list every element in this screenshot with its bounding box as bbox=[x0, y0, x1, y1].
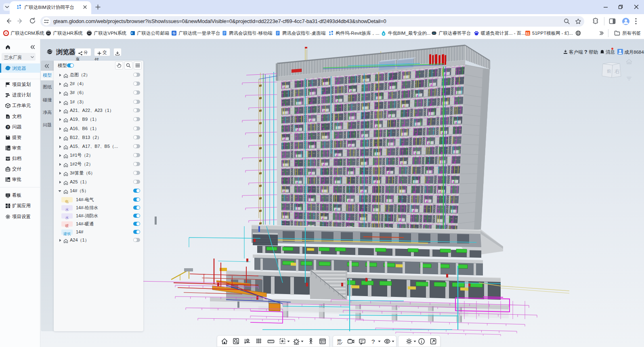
svg-text:前: 前 bbox=[606, 69, 611, 74]
svg-text:51: 51 bbox=[526, 32, 530, 36]
svg-text:G: G bbox=[172, 31, 175, 35]
svg-text:右: 右 bbox=[615, 68, 620, 74]
svg-text:?: ? bbox=[371, 338, 375, 345]
svg-text:?: ? bbox=[7, 125, 9, 129]
svg-text:2D: 2D bbox=[337, 342, 341, 345]
